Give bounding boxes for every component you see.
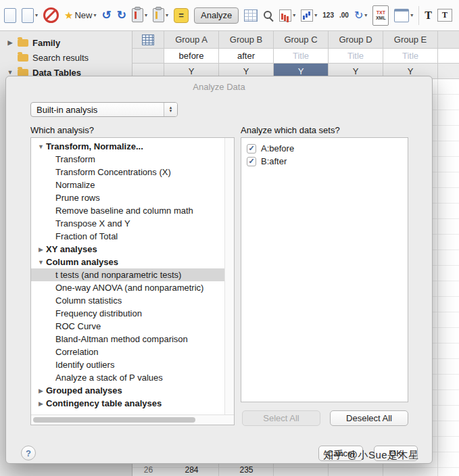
analysis-type-dropdown[interactable]: Built-in analysis ▲ ▼ [30,102,178,117]
chart-blue-button[interactable]: ▾ [301,9,317,22]
tree-item[interactable]: Fraction of Total [31,230,225,243]
open-file-button[interactable] [4,8,16,23]
tree-item[interactable]: ▶XY analyses [31,243,225,256]
tree-item-label: Column statistics [55,295,122,306]
magnifier-button[interactable] [263,10,274,21]
dataset-item[interactable]: ✓ B:after [241,155,408,168]
tree-item[interactable]: ▼Column analyses [31,256,225,268]
data-cell[interactable]: 235 [219,464,274,476]
block-button[interactable] [43,7,59,23]
chevron-down-icon: ▾ [35,12,38,18]
tree-item-label: t tests (and nonparametric tests) [55,270,181,280]
tree-item[interactable]: Prune rows [31,191,225,204]
disclosure-triangle-icon[interactable]: ▼ [37,143,45,150]
prohibition-icon [43,7,59,23]
tree-item[interactable]: Bland-Altman method comparison [31,333,225,346]
redo-button[interactable]: ↻ [117,8,126,22]
tree-item-label: Transpose X and Y [55,218,130,229]
column-header[interactable]: Group A [164,31,219,49]
sidebar-item-family[interactable]: ▶ Family [0,35,132,50]
new-sheet-button[interactable]: ★ New ▾ [64,9,96,22]
tree-item[interactable]: Remove baseline and column math [31,204,225,217]
tree-item-label: Column analyses [46,257,118,267]
tree-item-label: Grouped analyses [46,385,122,396]
tree-item[interactable]: Column statistics [31,294,225,307]
column-title-cell[interactable]: after [219,49,274,64]
disclosure-triangle-icon[interactable]: ▶ [37,246,45,253]
dataset-item[interactable]: ✓ A:before [241,142,408,155]
tree-item[interactable]: Identify outliers [31,358,225,371]
tree-item[interactable]: One-way ANOVA (and nonparametric) [31,281,225,294]
numbers-format-button[interactable]: 123 [322,11,334,19]
chevron-down-icon: ▼ [169,110,173,113]
tree-item[interactable]: Normalize [31,178,225,191]
column-title-cell[interactable]: Title [274,49,329,64]
analyze-button[interactable]: Analyze [194,7,239,24]
dropdown-stepper-icon[interactable]: ▲ ▼ [164,103,177,116]
table-icon [142,34,154,45]
watermark-text: 知乎 @小Sue是木星 [323,449,419,462]
paste-button[interactable]: ▾ [132,8,147,22]
clipboard-icon [132,8,143,22]
sheet-header: Group A Group B Group C Group D Group E … [132,31,459,79]
text-tool-button[interactable]: T [425,9,432,22]
select-all-cells-button[interactable] [132,31,164,49]
column-title-cell[interactable]: before [164,49,219,64]
text-box-button[interactable]: T [437,9,452,22]
select-all-button[interactable]: Select All [242,410,320,426]
help-button[interactable]: ? [21,446,36,460]
tree-item[interactable]: Analyze a stack of P values [31,371,225,384]
tree-item[interactable]: Transform [31,153,225,166]
column-header[interactable]: Group C [274,31,329,49]
tree-item-selected[interactable]: t tests (and nonparametric tests) [31,268,225,281]
export-txt-xml-button[interactable]: TXT XML [372,5,389,26]
checkbox-checked-icon[interactable]: ✓ [247,144,256,153]
disclosure-triangle-icon[interactable]: ▶ [37,387,45,394]
tree-item[interactable]: Correlation [31,346,225,358]
disclosure-triangle-icon[interactable]: ▼ [37,259,45,266]
column-header[interactable]: Gr [438,31,459,49]
tree-item[interactable]: ▶Grouped analyses [31,384,225,397]
chevron-down-icon: ▾ [166,12,168,18]
decimal-format-button[interactable]: .00 [339,11,349,19]
tree-item[interactable]: ▼Transform, Normalize... [31,140,225,153]
layout-button[interactable]: ▾ [394,9,413,22]
disclosure-triangle-icon[interactable]: ▼ [7,69,14,76]
tree-item[interactable]: Frequency distribution [31,307,225,320]
horizontal-scrollbar[interactable] [31,414,234,425]
column-title-cell[interactable] [438,49,459,64]
tree-item[interactable]: Transpose X and Y [31,217,225,230]
disclosure-triangle-icon[interactable]: ▶ [37,400,45,407]
vertical-scrollbar[interactable] [224,138,234,415]
sidebar-item-search-results[interactable]: Search results [0,50,132,65]
scrollbar-thumb[interactable] [33,417,195,423]
column-header[interactable]: Group E [383,31,438,49]
column-header[interactable]: Group D [329,31,383,49]
chevron-down-icon: ▾ [293,12,295,18]
window-icon [394,9,409,22]
which-analysis-label: Which analysis? [30,125,94,135]
chart-red-button[interactable]: ▾ [279,9,295,22]
copy-button[interactable]: ▾ [153,8,168,22]
table-grid-button[interactable] [244,9,258,22]
undo-button[interactable]: ↺ [102,8,112,22]
data-cell[interactable]: 284 [164,464,219,476]
refresh-button[interactable]: ↻▾ [354,9,367,22]
disclosure-triangle-icon[interactable]: ▶ [7,39,14,46]
checkbox-checked-icon[interactable]: ✓ [247,157,256,166]
column-header[interactable]: Group B [219,31,274,49]
deselect-all-button[interactable]: Deselect All [330,410,408,426]
toolbar-separator [418,6,419,25]
y-label-cell[interactable] [438,64,459,79]
tree-item[interactable]: Transform Concentrations (X) [31,166,225,178]
column-title-cell[interactable]: Title [383,49,438,64]
tree-item-label: Contingency table analyses [46,398,162,408]
column-title-cell[interactable]: Title [329,49,383,64]
tree-item-label: Transform, Normalize... [46,141,143,151]
tree-item[interactable]: ▶Contingency table analyses [31,397,225,410]
row-header-cell [132,49,164,64]
toolbar: ▾ ★ New ▾ ↺ ↻ ▾ ▾ = Analyze ▾ ▾ 123 .00 … [0,0,459,31]
line-chart-icon [301,9,313,22]
tree-item[interactable]: ROC Curve [31,320,225,333]
save-button[interactable]: ▾ [22,8,38,23]
